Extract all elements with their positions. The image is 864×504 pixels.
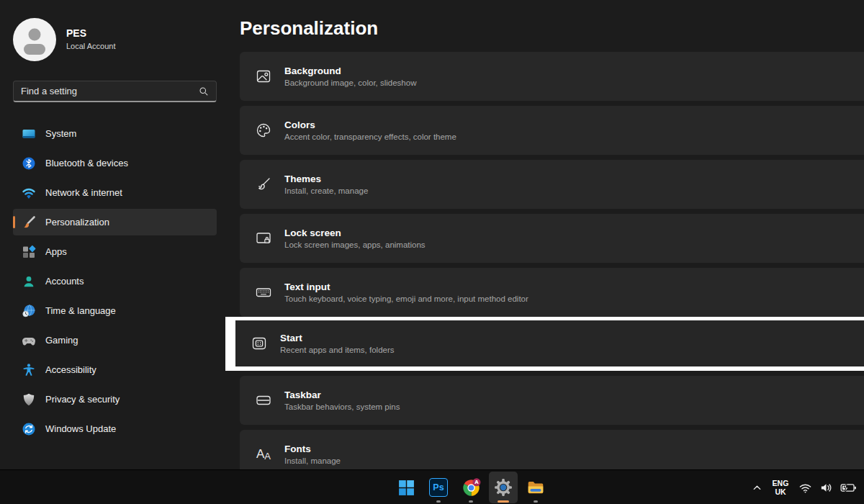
sidebar-item-privacy-security[interactable]: Privacy & security (13, 386, 217, 413)
accounts-icon (22, 274, 36, 289)
chevron-up-icon[interactable] (752, 482, 762, 493)
user-account-type: Local Account (66, 42, 116, 50)
row-subtitle: Taskbar behaviors, system pins (284, 402, 400, 411)
row-subtitle: Touch keyboard, voice typing, emoji and … (284, 294, 528, 303)
sidebar-item-windows-update[interactable]: Windows Update (13, 415, 217, 442)
sidebar-item-bluetooth-devices[interactable]: Bluetooth & devices (13, 150, 217, 176)
settings-window: PES Local Account System (0, 0, 864, 504)
chrome-icon: A (462, 478, 481, 498)
row-subtitle: Background image, color, slideshow (284, 78, 416, 87)
personalization-icon (22, 215, 36, 230)
row-title: Background (284, 66, 416, 76)
accessibility-icon (22, 363, 36, 377)
row-title: Themes (284, 174, 368, 184)
person-icon (13, 18, 56, 61)
row-subtitle: Accent color, transparency effects, colo… (284, 132, 456, 141)
sidebar-item-accessibility[interactable]: Accessibility (13, 356, 217, 383)
settings-row-lock-screen[interactable]: Lock screen Lock screen images, apps, an… (240, 214, 864, 263)
running-indicator (469, 500, 473, 503)
lock-screen-icon (255, 230, 272, 247)
time-language-icon (22, 304, 36, 318)
taskbar-apps: Ps A (392, 472, 550, 503)
row-subtitle: Recent apps and items, folders (280, 346, 395, 354)
user-avatar[interactable] (13, 18, 56, 61)
settings-row-taskbar[interactable]: Taskbar Taskbar behaviors, system pins (240, 376, 864, 425)
folder-icon (526, 478, 545, 497)
row-title: Start (280, 333, 395, 343)
row-subtitle: Install, create, manage (284, 186, 368, 195)
windows-update-icon (22, 422, 36, 436)
privacy-security-icon (22, 392, 36, 407)
search-input[interactable] (21, 86, 199, 96)
search-icon[interactable] (199, 86, 209, 96)
user-name: PES (66, 27, 86, 39)
start-icon (251, 335, 268, 352)
active-indicator (498, 500, 509, 503)
taskbar-settings-button[interactable] (489, 472, 518, 503)
page-title: Personalization (240, 17, 378, 40)
taskbar-icon (255, 392, 272, 409)
themes-icon (255, 176, 272, 193)
row-title: Lock screen (284, 228, 426, 238)
gaming-icon (22, 333, 36, 348)
running-indicator (436, 500, 441, 503)
taskbar-photoshop-button[interactable]: Ps (424, 472, 453, 503)
settings-row-themes[interactable]: Themes Install, create, manage (240, 160, 864, 209)
settings-row-background[interactable]: Background Background image, color, slid… (240, 52, 864, 101)
sidebar-item-personalization[interactable]: Personalization (13, 209, 217, 235)
taskbar: Ps A (0, 469, 864, 504)
settings-row-start[interactable]: Start Recent apps and items, folders (235, 320, 864, 366)
battery-icon[interactable] (840, 482, 857, 493)
row-title: Fonts (284, 444, 341, 454)
chrome-profile-badge: A (474, 480, 479, 485)
system-icon (22, 127, 36, 141)
bluetooth-icon (22, 156, 36, 171)
row-title: Taskbar (284, 390, 400, 400)
sidebar-item-apps[interactable]: Apps (13, 238, 217, 265)
settings-row-colors[interactable]: Colors Accent color, transparency effect… (240, 106, 864, 155)
row-subtitle: Lock screen images, apps, animations (284, 240, 426, 249)
row-subtitle: Install, manage (284, 456, 341, 465)
sidebar-item-time-language[interactable]: Time & language (13, 297, 217, 324)
sidebar-item-accounts[interactable]: Accounts (13, 268, 217, 294)
sidebar-item-network-internet[interactable]: Network & internet (13, 179, 217, 206)
windows-logo-icon (397, 479, 415, 497)
selection-pill (13, 216, 15, 228)
search-box[interactable] (13, 81, 217, 102)
sidebar-nav: System Bluetooth & devices Networ (13, 120, 217, 442)
running-indicator (534, 500, 538, 503)
system-tray: ENG UK (752, 470, 857, 504)
gear-icon (494, 478, 513, 497)
taskbar-windows-start-button[interactable] (392, 472, 420, 503)
photoshop-icon: Ps (429, 478, 448, 497)
settings-row-text-input[interactable]: Text input Touch keyboard, voice typing,… (240, 268, 864, 317)
sidebar-item-gaming[interactable]: Gaming (13, 327, 217, 354)
colors-icon (255, 122, 272, 139)
wifi-icon[interactable] (798, 481, 812, 495)
apps-icon (22, 245, 36, 259)
network-icon (22, 186, 36, 200)
language-indicator[interactable]: ENG UK (770, 479, 791, 496)
start-row-highlight: Start Recent apps and items, folders (225, 317, 864, 371)
text-input-icon (255, 284, 272, 301)
row-title: Text input (284, 282, 528, 292)
sidebar-item-system[interactable]: System (13, 120, 217, 147)
row-title: Colors (284, 120, 456, 130)
volume-icon[interactable] (819, 481, 833, 495)
taskbar-file-explorer-button[interactable] (521, 472, 550, 503)
background-icon (255, 68, 272, 85)
fonts-icon: AA (255, 447, 272, 462)
taskbar-chrome-button[interactable]: A (456, 472, 485, 503)
